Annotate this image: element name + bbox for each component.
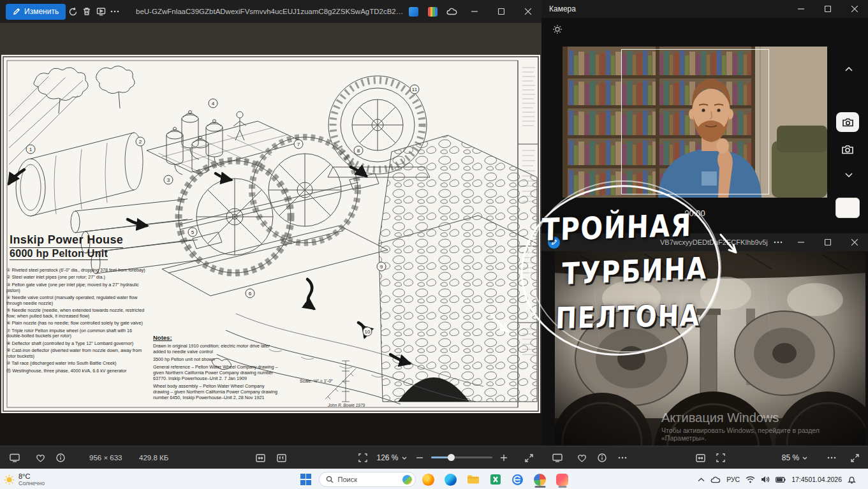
edit-button[interactable]: Изменить [6, 4, 66, 20]
delete-button[interactable] [80, 3, 94, 20]
slideshow-button[interactable] [94, 3, 108, 20]
active-indicator [558, 486, 566, 488]
minimize-button[interactable] [788, 233, 814, 251]
taskbar-app-paint[interactable] [553, 471, 572, 488]
svg-text:4: 4 [212, 101, 215, 106]
gallery-button[interactable] [549, 450, 566, 465]
edit-button-compact[interactable] [548, 237, 560, 249]
image-filename: beU-GZwFnlaaC39GZbtADwexiFVsmvvh4ucEUJ1z… [136, 8, 404, 15]
image-filesize: 429.8 КБ [139, 446, 168, 469]
more-icon [110, 10, 119, 13]
photos-icon [534, 474, 546, 486]
zoom-level-button[interactable]: 126 % [375, 450, 408, 465]
take-photo-button[interactable] [836, 112, 859, 132]
svg-text:6: 6 [249, 291, 252, 296]
zoom-slider-fill [431, 456, 450, 458]
expand-button[interactable] [846, 450, 863, 465]
right-titlebar[interactable]: VB7wcxyyDEDtDuF2ECFKIhb9v5j... [541, 233, 868, 251]
close-button[interactable] [841, 233, 868, 251]
camera-title: Камера [549, 4, 576, 13]
favorite-button[interactable] [573, 450, 590, 465]
left-titlebar[interactable]: Изменить beU-GZwFnlaaC39GZbtADwexiFVsmvv… [0, 0, 541, 23]
info-button[interactable] [52, 450, 69, 465]
close-button[interactable] [515, 0, 541, 23]
tray-overflow-button[interactable] [698, 478, 705, 482]
clock[interactable]: 17:45 01.04.2026 [791, 476, 842, 483]
camera-titlebar[interactable]: Камера [541, 0, 868, 18]
blue-app-badge-icon [409, 7, 418, 17]
zoom-out-button[interactable] [413, 450, 426, 465]
info-button[interactable] [594, 450, 610, 465]
volume-button[interactable] [761, 476, 770, 483]
zoom-level-button[interactable]: 85 % [779, 450, 811, 465]
zoom-slider-handle[interactable] [448, 454, 455, 461]
start-button[interactable] [297, 471, 316, 488]
tray-cloud-button[interactable] [710, 476, 721, 483]
designer-badge-button[interactable] [423, 3, 442, 20]
gallery-button[interactable] [6, 450, 23, 465]
fit-window-icon [256, 454, 265, 462]
zoom-in-button[interactable] [497, 450, 510, 465]
taskbar-app-explorer[interactable] [464, 471, 483, 488]
maximize-button[interactable] [488, 0, 515, 23]
close-icon [851, 239, 858, 245]
photo-canvas[interactable]: 1 2 3 4 5 6 7 8 9 10 11 [0, 23, 541, 446]
minimize-button[interactable] [461, 0, 488, 23]
actual-size-button[interactable] [273, 450, 290, 465]
weather-temp: 8°C [18, 472, 45, 480]
taskbar-app-photos[interactable] [531, 471, 550, 488]
cloud-status-button[interactable] [442, 3, 461, 20]
fit-window-button[interactable] [252, 450, 268, 465]
modes-scroll-down-button[interactable] [840, 168, 858, 181]
show-desktop-button[interactable] [862, 469, 864, 489]
camera-minimize-button[interactable] [788, 0, 814, 18]
watermark-title: Активация Windows [661, 411, 853, 425]
more-button[interactable] [769, 233, 788, 251]
photo-mode-button[interactable] [839, 142, 857, 157]
photos-window-left: Изменить beU-GZwFnlaaC39GZbtADwexiFVsmvv… [0, 0, 541, 469]
more-button[interactable] [108, 3, 122, 20]
drawing-signature: John R. Bowie 1979 [328, 403, 365, 407]
more-button[interactable] [614, 450, 631, 465]
drawing-subtitle: 6000 hp Pelton Unit [10, 248, 108, 260]
weather-condition: Солнечно [18, 480, 45, 486]
thumbnail-canvas[interactable]: Активация Windows Чтобы активировать Win… [541, 251, 868, 446]
excel-icon [490, 474, 501, 485]
zoom-slider[interactable] [431, 456, 492, 458]
fullscreen-button[interactable] [355, 450, 371, 465]
taskbar-app-firefox[interactable] [419, 471, 438, 488]
taskbar-app-excel[interactable] [486, 471, 505, 488]
info-icon [598, 453, 607, 462]
language-indicator[interactable]: РУС [726, 476, 740, 483]
overflow-button[interactable] [823, 450, 840, 465]
paint-icon [556, 474, 568, 486]
camera-close-button[interactable] [841, 0, 868, 18]
weather-widget[interactable]: 8°C Солнечно [4, 471, 45, 488]
camera-settings-button[interactable] [548, 20, 567, 38]
camera-maximize-button[interactable] [814, 0, 841, 18]
fit-window-button[interactable] [692, 450, 709, 465]
battery-button[interactable] [776, 477, 786, 483]
expand-icon [525, 454, 533, 462]
taskbar-app-browser[interactable] [508, 471, 527, 488]
wifi-icon [746, 476, 755, 483]
phone-link-badge-button[interactable] [404, 3, 423, 20]
file-explorer-icon [467, 474, 480, 485]
fullscreen-icon [358, 453, 367, 462]
notifications-button[interactable] [848, 476, 856, 484]
chevron-down-icon [802, 456, 807, 460]
minimize-icon [798, 239, 804, 245]
expand-button[interactable] [520, 450, 537, 465]
network-button[interactable] [746, 476, 755, 483]
favorite-button[interactable] [32, 450, 48, 465]
camera-feed [563, 47, 827, 198]
rotate-button[interactable] [66, 3, 80, 20]
search-box[interactable]: Поиск [319, 472, 416, 487]
taskbar-app-edge[interactable] [441, 471, 460, 488]
camera-roll-preview[interactable] [835, 198, 860, 218]
time: 17:45 [791, 476, 808, 483]
drawing-notes: Notes: Drawn in original 1910 condition;… [153, 334, 279, 402]
maximize-button[interactable] [814, 233, 841, 251]
modes-scroll-up-button[interactable] [840, 62, 858, 75]
fullscreen-button[interactable] [712, 450, 729, 465]
